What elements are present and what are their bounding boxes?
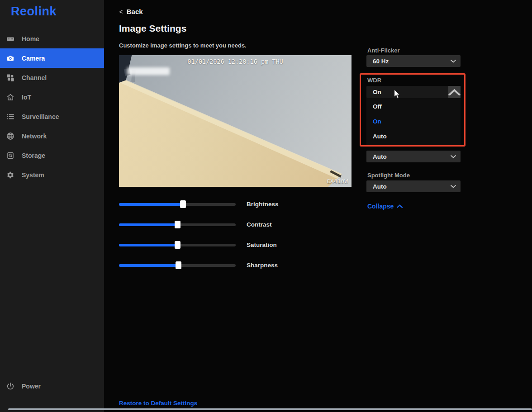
sidebar-item-label: Storage [22, 152, 45, 159]
mode-select-value: Auto [366, 153, 451, 160]
contrast-slider[interactable] [119, 221, 236, 228]
globe-icon [6, 132, 14, 140]
image-sliders: BrightnessContrastSaturationSharpness [119, 194, 279, 275]
sidebar-power: Power [0, 376, 104, 396]
sidebar-item-label: Power [22, 383, 41, 390]
anti-flicker-select[interactable]: 60 Hz [366, 55, 461, 67]
storage-icon [6, 152, 14, 160]
wdr-select[interactable]: On [366, 86, 461, 98]
sidebar-nav: HomeCameraChannelIoTSurveillanceNetworkS… [0, 29, 104, 185]
camera-preview: 01/01/2026 12:28:16 pm THU CX410W [119, 55, 352, 187]
list-icon [6, 113, 14, 121]
slider-label: Contrast [247, 221, 272, 228]
collapse-link[interactable]: Collapse [367, 203, 403, 210]
slider-label: Saturation [247, 242, 277, 248]
collapse-label: Collapse [367, 203, 394, 210]
power-icon [6, 382, 14, 390]
sidebar-item-network[interactable]: Network [0, 126, 104, 146]
wdr-value: On [366, 89, 448, 95]
home-icon [6, 93, 14, 101]
sidebar-item-iot[interactable]: IoT [0, 87, 104, 107]
mode-select[interactable]: Auto [366, 151, 461, 162]
page-subtitle: Customize image settings to meet you nee… [119, 42, 247, 49]
chevron-up-icon [397, 204, 403, 208]
sidebar-item-label: Channel [22, 74, 47, 81]
sidebar-item-label: System [22, 171, 44, 179]
back-label: Back [127, 8, 143, 15]
wdr-option-auto[interactable]: Auto [366, 129, 461, 144]
sidebar-item-channel[interactable]: Channel [0, 68, 104, 87]
sidebar-item-label: Camera [22, 55, 45, 62]
slider-thumb[interactable] [175, 241, 180, 249]
sidebar-item-label: Surveillance [22, 113, 59, 120]
slider-label: Brightness [247, 201, 279, 208]
chevron-up-icon[interactable] [448, 86, 461, 98]
back-button[interactable]: < Back [119, 8, 143, 15]
nvr-icon [6, 35, 14, 43]
anti-flicker-value: 60 Hz [366, 58, 451, 65]
slider-row-contrast: Contrast [119, 214, 279, 235]
sidebar-item-storage[interactable]: Storage [0, 146, 104, 165]
horizontal-scrollbar[interactable] [8, 408, 532, 410]
app-window: Reolink HomeCameraChannelIoTSurveillance… [0, 0, 532, 412]
slider-row-brightness: Brightness [119, 194, 279, 214]
spotlight-mode-select[interactable]: Auto [366, 180, 461, 192]
reolink-logo: Reolink [11, 5, 57, 19]
gear-icon [6, 171, 14, 179]
wdr-dropdown: OffOnAuto [366, 98, 461, 145]
slider-row-sharpness: Sharpness [119, 255, 279, 275]
chevron-down-icon [451, 60, 456, 63]
osd-camera-model: CX410W [327, 178, 348, 185]
sidebar-item-surveillance[interactable]: Surveillance [0, 107, 104, 126]
sharpness-slider[interactable] [119, 261, 236, 269]
chevron-down-icon [451, 185, 456, 188]
page-title: Image Settings [119, 23, 186, 34]
slider-fill [119, 264, 179, 267]
restore-defaults-link[interactable]: Restore to Default Settings [119, 400, 197, 407]
grid-icon [6, 74, 14, 82]
sidebar-item-label: Network [22, 133, 47, 140]
sidebar-item-label: IoT [22, 94, 31, 101]
wdr-option-on[interactable]: On [366, 114, 461, 129]
osd-timestamp: 01/01/2026 12:28:16 pm THU [119, 58, 352, 65]
sidebar-item-system[interactable]: System [0, 165, 104, 185]
spotlight-mode-label: Spotlight Mode [367, 172, 410, 179]
sidebar-item-camera[interactable]: Camera [0, 48, 104, 68]
slider-thumb[interactable] [175, 221, 180, 228]
wdr-label: WDR [367, 77, 381, 84]
spotlight-mode-value: Auto [366, 183, 451, 190]
chevron-down-icon [451, 155, 456, 158]
sidebar-item-label: Home [22, 35, 39, 43]
camera-icon [6, 54, 14, 62]
anti-flicker-label: Anti-Flicker [367, 47, 400, 54]
sidebar-item-power[interactable]: Power [0, 376, 104, 396]
slider-label: Sharpness [247, 262, 278, 269]
sidebar-item-home[interactable]: Home [0, 29, 104, 48]
privacy-blur-patch [127, 67, 170, 75]
wdr-option-off[interactable]: Off [366, 99, 461, 114]
saturation-slider[interactable] [119, 241, 236, 249]
slider-fill [119, 223, 177, 226]
slider-row-saturation: Saturation [119, 235, 279, 255]
chevron-left-icon: < [119, 8, 123, 15]
slider-thumb[interactable] [180, 200, 186, 208]
slider-fill [119, 244, 177, 246]
slider-thumb[interactable] [176, 261, 181, 269]
slider-fill [119, 203, 183, 206]
sidebar: Reolink HomeCameraChannelIoTSurveillance… [0, 0, 104, 412]
brightness-slider[interactable] [119, 200, 236, 208]
